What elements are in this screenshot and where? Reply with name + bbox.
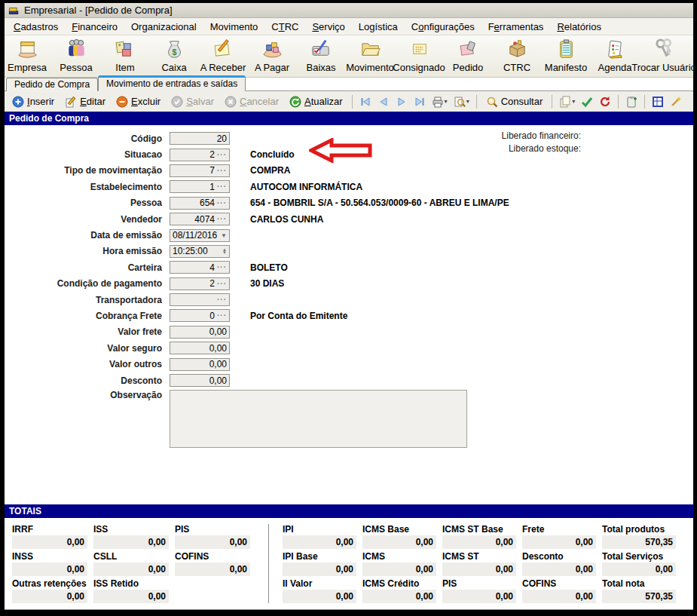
hora-emissao-field[interactable]: 10:25:00▲▼ <box>170 245 230 258</box>
field-value: 0 <box>173 311 215 321</box>
totals-column: ISS0,00CSLL0,00ISS Retido0,00 <box>93 524 169 609</box>
lookup-ellipsis-button[interactable]: ··· <box>217 167 227 175</box>
copy-sheets-button[interactable]: ▾ <box>557 94 577 109</box>
toolbar-button-pessoa[interactable]: Pessoa <box>57 37 96 74</box>
pessoa-field[interactable]: 654··· <box>170 197 230 210</box>
transportadora-field[interactable]: ··· <box>170 293 230 306</box>
valor-frete-field[interactable]: 0,00 <box>170 326 230 339</box>
data-de-emissao-field[interactable]: 08/11/2016▼ <box>170 229 230 242</box>
chevron-down-icon[interactable]: ▼ <box>221 232 227 239</box>
salvar-button[interactable]: Salvar <box>167 94 219 109</box>
toolbar-button-a-pagar[interactable]: A Pagar <box>252 37 292 74</box>
toolbar-button-manifesto[interactable]: Manifesto <box>546 37 585 74</box>
condicao-de-pagamento-field[interactable]: 2··· <box>170 277 230 290</box>
nav-last-button[interactable] <box>411 94 428 109</box>
totals-header-title: TOTAIS <box>9 506 41 516</box>
tab-movimento-de-entradas-e-saidas[interactable]: Movimento de entradas e saídas <box>98 75 246 91</box>
totals-left-group: IRRF0,00INSS0,00Outras retenções0,00ISS0… <box>12 524 256 609</box>
chevron-down-icon[interactable]: ▾ <box>466 98 469 105</box>
field-label: Desconto <box>5 375 162 386</box>
cobranca-frete-description: Por Conta do Emitente <box>250 311 347 321</box>
menu-item-organizacional[interactable]: Organizacional <box>124 20 203 34</box>
nav-next-button[interactable] <box>393 94 410 109</box>
chevron-down-icon[interactable]: ▾ <box>445 98 448 105</box>
menu-item-servico[interactable]: Serviço <box>305 20 351 34</box>
lookup-ellipsis-button[interactable]: ··· <box>217 280 227 288</box>
reprocess-button[interactable] <box>597 94 613 109</box>
toolbar-button-caixa[interactable]: Caixa <box>154 37 194 74</box>
approve-button[interactable] <box>579 94 595 109</box>
toolbar-button-label: CTRC <box>503 62 530 73</box>
lookup-ellipsis-button[interactable]: ··· <box>217 182 227 191</box>
form-header: Pedido de Compra <box>5 112 693 125</box>
lookup-ellipsis-button[interactable]: ··· <box>217 199 227 207</box>
menu-item-cadastros[interactable]: Cadastros <box>7 20 65 34</box>
toolbar-button-empresa[interactable]: Empresa <box>8 37 47 74</box>
menu-item-logistica[interactable]: Logística <box>352 20 405 34</box>
totals-value: 0,00 <box>12 535 87 549</box>
cobranca-frete-field[interactable]: 0··· <box>170 309 230 322</box>
carteira-description: BOLETO <box>250 262 288 273</box>
time-spinner[interactable]: ▲▼ <box>222 248 227 254</box>
consultar-label: Consultar <box>501 96 543 107</box>
pedido-icon <box>457 38 480 61</box>
lookup-ellipsis-button[interactable]: ··· <box>217 215 227 223</box>
toolbar-button-label: Pessoa <box>60 62 92 73</box>
totals-value: 0,00 <box>442 535 516 549</box>
lookup-ellipsis-button[interactable]: ··· <box>217 311 227 320</box>
editar-button[interactable]: Editar <box>60 94 110 109</box>
menu-item-movimento[interactable]: Movimento <box>203 20 265 34</box>
form-row-pessoa: Pessoa654···654 - BOMBRIL S/A - 50.564.0… <box>5 195 693 211</box>
toolbar-button-ctrc[interactable]: CTRC <box>497 37 537 74</box>
trocar-usuario-icon <box>653 38 676 61</box>
grid-view-button[interactable] <box>650 94 666 109</box>
toolbar-button-consignado[interactable]: Consignado <box>399 37 439 74</box>
totals-panel: IRRF0,00INSS0,00Outras retenções0,00ISS0… <box>5 518 693 610</box>
lookup-ellipsis-button[interactable]: ··· <box>217 296 227 304</box>
totals-label: II Valor <box>283 578 356 589</box>
toolbar-button-movimento[interactable]: Movimento <box>350 37 390 74</box>
print-button[interactable]: ▾ <box>430 94 450 109</box>
chevron-down-icon[interactable]: ▾ <box>572 98 575 105</box>
situacao-description: Concluído <box>250 149 295 160</box>
form-row-hora-emissao: Hora emissão10:25:00▲▼ <box>5 244 693 259</box>
inserir-button[interactable]: Inserir <box>8 94 59 109</box>
menu-item-ferramentas[interactable]: Ferramentas <box>481 20 551 34</box>
observacao-textarea[interactable] <box>170 390 467 448</box>
consultar-button[interactable]: Consultar <box>481 94 548 109</box>
print-preview-button[interactable]: ▾ <box>451 94 472 109</box>
valor-outros-field[interactable]: 0,00 <box>170 358 230 371</box>
tipo-de-movimentacao-field[interactable]: 7··· <box>170 164 230 177</box>
tab-pedido-de-compra[interactable]: Pedido de Compra <box>6 78 98 91</box>
totals-cell-inss: INSS0,00 <box>12 551 87 578</box>
menu-item-ctrc[interactable]: CTRC <box>264 20 305 34</box>
toolbar-button-trocar-usuario[interactable]: Trocar Usuário <box>644 37 683 74</box>
carteira-field[interactable]: 4··· <box>170 261 230 274</box>
desconto-field[interactable]: 0,00 <box>170 374 230 387</box>
cancelar-button[interactable]: Cancelar <box>220 94 283 109</box>
lookup-ellipsis-button[interactable]: ··· <box>217 151 227 159</box>
notes-button[interactable] <box>623 94 640 109</box>
toolbar-button-baixas[interactable]: Baixas <box>301 37 341 74</box>
toolbar-button-pedido[interactable]: Pedido <box>448 37 488 74</box>
lookup-ellipsis-button[interactable]: ··· <box>217 263 227 271</box>
situacao-field[interactable]: 2··· <box>170 149 230 161</box>
toolbar-button-label: Item <box>115 62 134 73</box>
toolbar-button-item[interactable]: Item <box>105 37 145 74</box>
nav-first-button[interactable] <box>357 94 374 109</box>
tools-button[interactable] <box>668 94 684 109</box>
excluir-button[interactable]: Excluir <box>112 94 165 109</box>
menu-item-relatorios[interactable]: Relatórios <box>550 20 608 34</box>
toolbar-button-a-receber[interactable]: A Receber <box>203 37 243 74</box>
atualizar-button[interactable]: Atualizar <box>285 94 347 109</box>
vendedor-field[interactable]: 4074··· <box>170 213 230 225</box>
tab-strip: Pedido de CompraMovimento de entradas e … <box>5 78 693 91</box>
estabelecimento-field[interactable]: 1··· <box>170 180 230 193</box>
menu-item-financeiro[interactable]: Financeiro <box>65 20 124 34</box>
nav-prev-button[interactable] <box>375 94 392 109</box>
check-icon <box>581 96 593 108</box>
valor-seguro-field[interactable]: 0,00 <box>170 342 230 354</box>
codigo-field[interactable]: 20 <box>170 132 230 145</box>
menu-item-configuracoes[interactable]: Configurações <box>405 20 481 34</box>
toolbar-button-agenda[interactable]: Agenda <box>595 37 634 74</box>
